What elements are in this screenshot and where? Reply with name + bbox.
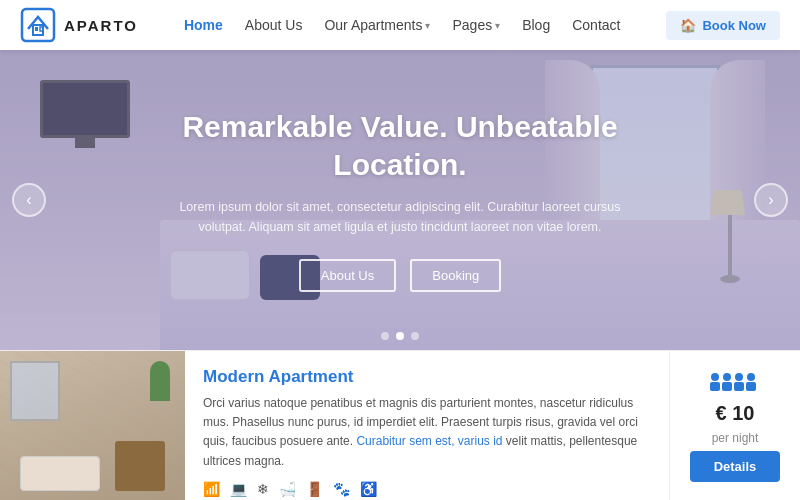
door-icon: 🚪 [306, 481, 323, 497]
header: APARTO Home About Us Our Apartments ▾ Pa… [0, 0, 800, 50]
amenity-icons: 📶 💻 ❄ 🛁 🚪 🐾 ♿ [203, 481, 651, 497]
hero-dot-1[interactable] [381, 332, 389, 340]
svg-point-4 [711, 373, 719, 381]
apartment-image [0, 351, 185, 500]
hero-dot-2[interactable] [396, 332, 404, 340]
book-now-button[interactable]: 🏠 Book Now [666, 11, 780, 40]
hero-title: Remarkable Value. Unbeatable Location. [160, 108, 640, 183]
price-per-night: per night [712, 431, 759, 445]
svg-point-8 [735, 373, 743, 381]
logo-label: APARTO [64, 17, 138, 34]
price-amount: € 10 [716, 402, 755, 425]
pet-icon: 🐾 [333, 481, 350, 497]
svg-point-10 [747, 373, 755, 381]
hero-content: Remarkable Value. Unbeatable Location. L… [0, 50, 800, 350]
ac-icon: ❄ [257, 481, 269, 497]
svg-rect-2 [35, 27, 38, 31]
svg-rect-3 [40, 27, 43, 31]
apartment-description: Orci varius natoque penatibus et magnis … [203, 394, 651, 471]
svg-rect-7 [722, 382, 732, 391]
nav-about[interactable]: About Us [245, 17, 303, 33]
svg-point-6 [723, 373, 731, 381]
svg-rect-5 [710, 382, 720, 391]
svg-rect-11 [746, 382, 756, 391]
hero-dot-3[interactable] [411, 332, 419, 340]
hero-next-button[interactable]: › [754, 183, 788, 217]
apartment-card: Modern Apartment Orci varius natoque pen… [0, 350, 800, 500]
hero-subtitle: Lorem ipsum dolor sit amet, consectetur … [160, 197, 640, 237]
tv-icon: 💻 [230, 481, 247, 497]
apartments-chevron-icon: ▾ [425, 20, 430, 31]
apartment-info: Modern Apartment Orci varius natoque pen… [185, 351, 670, 500]
occupancy-icon [710, 369, 760, 391]
home-icon: 🏠 [680, 18, 696, 33]
nav-blog[interactable]: Blog [522, 17, 550, 33]
read-more-link[interactable]: Curabitur sem est, varius id [356, 434, 502, 448]
apartment-price-section: € 10 per night Details [670, 351, 800, 500]
main-nav: Home About Us Our Apartments ▾ Pages ▾ B… [184, 17, 621, 33]
pages-chevron-icon: ▾ [495, 20, 500, 31]
apartment-title: Modern Apartment [203, 367, 651, 387]
nav-contact[interactable]: Contact [572, 17, 620, 33]
wheelchair-icon: ♿ [360, 481, 377, 497]
details-button[interactable]: Details [690, 451, 780, 482]
hero-prev-button[interactable]: ‹ [12, 183, 46, 217]
hero-booking-button[interactable]: Booking [410, 259, 501, 292]
nav-apartments[interactable]: Our Apartments ▾ [324, 17, 430, 33]
logo-icon [20, 7, 56, 43]
wifi-icon: 📶 [203, 481, 220, 497]
hero-buttons: About Us Booking [299, 259, 501, 292]
bath-icon: 🛁 [279, 481, 296, 497]
svg-rect-9 [734, 382, 744, 391]
nav-home[interactable]: Home [184, 17, 223, 33]
people-icon [710, 369, 760, 396]
logo[interactable]: APARTO [20, 7, 138, 43]
hero-dots [381, 332, 419, 340]
hero-about-button[interactable]: About Us [299, 259, 396, 292]
nav-pages[interactable]: Pages ▾ [452, 17, 500, 33]
hero-section: Remarkable Value. Unbeatable Location. L… [0, 50, 800, 350]
